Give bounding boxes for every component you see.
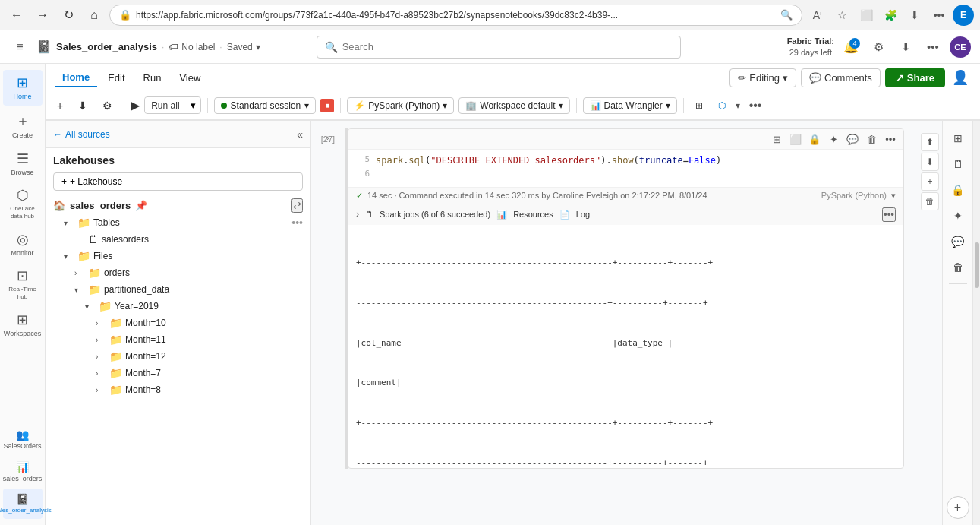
- rs-sparkle-button[interactable]: ✦: [947, 204, 969, 227]
- orders-tree-item[interactable]: › 📁 orders: [46, 264, 310, 281]
- cell-action-3[interactable]: +: [921, 172, 939, 191]
- menu-home[interactable]: Home: [55, 68, 97, 87]
- sidebar-sales-orders-label: sales_orders: [3, 475, 43, 483]
- saved-text: Saved: [227, 42, 253, 52]
- more-options-button[interactable]: •••: [922, 36, 944, 58]
- month10-tree-item[interactable]: › 📁 Month=10: [46, 315, 310, 331]
- year2019-tree-item[interactable]: ▾ 📁 Year=2019: [46, 298, 310, 315]
- layout-button[interactable]: ⊞: [690, 98, 708, 113]
- notifications-button[interactable]: 🔔 4: [840, 36, 862, 58]
- lakehouses-title: Lakehouses: [53, 154, 115, 166]
- add-code-button[interactable]: +: [52, 97, 68, 114]
- ribbon-avatar[interactable]: 👤: [950, 67, 971, 88]
- no-label-button[interactable]: 🏷 No label: [169, 41, 215, 52]
- sidebar-workspaces-label: Workspaces: [4, 330, 41, 338]
- year2019-label: Year=2019: [115, 301, 303, 312]
- sidebar-item-home[interactable]: ⊞ Home: [3, 70, 43, 106]
- search-input[interactable]: [342, 41, 673, 52]
- data-wrangler-button[interactable]: 📊 Data Wrangler ▾: [583, 97, 677, 114]
- menu-edit[interactable]: Edit: [100, 69, 132, 87]
- sidebar-item-realtime[interactable]: ⊡ Real-Time hub: [3, 263, 43, 305]
- code-content[interactable]: spark.sql("DESCRIBE EXTENDED salesorders…: [376, 153, 903, 184]
- workspace-button[interactable]: 🏢 Workspace default ▾: [458, 97, 569, 114]
- hamburger-menu-button[interactable]: ≡: [9, 36, 30, 58]
- edge-profile[interactable]: E: [953, 5, 974, 26]
- more-toolbar-button[interactable]: •••: [745, 96, 767, 115]
- all-sources-back-button[interactable]: ← All sources: [53, 129, 110, 140]
- sidebar-item-workspaces[interactable]: ⊞ Workspaces: [3, 307, 43, 343]
- cell-action-4[interactable]: 🗑: [921, 192, 939, 210]
- cell-output-expand-button[interactable]: ›: [356, 209, 359, 220]
- session-button[interactable]: Standard session ▾: [214, 97, 317, 114]
- sidebar-item-onelake[interactable]: ⬡ OneLake data hub: [3, 182, 43, 224]
- rs-lock-button[interactable]: 🔒: [947, 179, 969, 201]
- search-box[interactable]: 🔍: [317, 36, 681, 59]
- cell-action-1[interactable]: ⬆: [921, 133, 939, 151]
- jobs-more-button[interactable]: •••: [882, 207, 896, 222]
- month11-tree-item[interactable]: › 📁 Month=11: [46, 331, 310, 348]
- month8-tree-item[interactable]: › 📁 Month=8: [46, 381, 310, 398]
- sidebar-item-browse[interactable]: ☰ Browse: [3, 146, 43, 182]
- more-tools-button[interactable]: •••: [928, 5, 950, 26]
- sidebar-item-monitor[interactable]: ◎ Monitor: [3, 226, 43, 262]
- download-app-button[interactable]: ⬇: [895, 36, 916, 58]
- files-tree-item[interactable]: ▾ 📁 Files: [46, 248, 310, 264]
- cell-lock-tool[interactable]: 🔒: [806, 131, 823, 147]
- forward-button[interactable]: →: [32, 5, 53, 26]
- download-toolbar-icon: ⬇: [78, 100, 87, 112]
- tab-collections-button[interactable]: ⬜: [856, 5, 877, 26]
- rs-expand-button[interactable]: ⊞: [947, 127, 969, 150]
- panel-collapse-button[interactable]: «: [297, 128, 303, 141]
- editing-button[interactable]: ✏ Editing ▾: [729, 68, 796, 87]
- settings-toolbar-button[interactable]: ⚙: [97, 97, 118, 114]
- month12-tree-item[interactable]: › 📁 Month=12: [46, 348, 310, 365]
- rs-delete-button[interactable]: 🗑: [947, 256, 969, 279]
- scrollbar-thumb[interactable]: [975, 242, 979, 288]
- sidebar-item-salesorders[interactable]: 👥 SalesOrders: [3, 424, 43, 455]
- settings-button[interactable]: ⚙: [868, 36, 889, 58]
- comments-button[interactable]: 💬 Comments: [801, 68, 881, 87]
- vscode-button[interactable]: ⬡: [713, 98, 731, 113]
- month7-tree-item[interactable]: › 📁 Month=7: [46, 365, 310, 381]
- rs-add-button[interactable]: +: [947, 496, 969, 519]
- notebook-scrollbar[interactable]: [972, 121, 980, 525]
- vscode-icon: ⬡: [718, 100, 726, 111]
- extensions-button[interactable]: 🧩: [880, 5, 901, 26]
- home-button[interactable]: ⌂: [84, 5, 105, 26]
- reader-mode-button[interactable]: Aⁱ: [807, 5, 828, 26]
- saved-status[interactable]: Saved ▾: [227, 42, 260, 52]
- cell-expand-button[interactable]: ›: [322, 131, 334, 144]
- salesorders-tree-item[interactable]: 🗒 salesorders: [46, 231, 310, 248]
- partitioned-data-tree-item[interactable]: ▾ 📁 partitioned_data: [46, 281, 310, 298]
- add-lakehouse-button[interactable]: + + Lakehouse: [53, 172, 303, 191]
- rs-comment-button[interactable]: 💬: [947, 230, 969, 253]
- download-toolbar-button[interactable]: ⬇: [73, 97, 93, 114]
- stop-button[interactable]: ■: [320, 99, 334, 112]
- tables-tree-item[interactable]: ▾ 📁 Tables •••: [46, 214, 310, 231]
- menu-view[interactable]: View: [172, 69, 208, 87]
- cell-comment-tool[interactable]: 💬: [844, 131, 861, 147]
- cell-more-tool[interactable]: •••: [882, 131, 899, 147]
- refresh-button[interactable]: ↻: [58, 5, 79, 26]
- cell-delete-tool[interactable]: 🗑: [863, 131, 880, 147]
- run-all-button[interactable]: Run all: [145, 97, 185, 113]
- download-button[interactable]: ⬇: [904, 5, 925, 26]
- share-button[interactable]: ↗ Share: [885, 68, 945, 87]
- rs-table-button[interactable]: 🗒: [947, 153, 969, 176]
- favorites-button[interactable]: ☆: [831, 5, 852, 26]
- cell-copy-tool[interactable]: ⬜: [787, 131, 804, 147]
- back-button[interactable]: ←: [6, 5, 27, 26]
- cell-action-2[interactable]: ⬇: [921, 153, 939, 171]
- cell-star-tool[interactable]: ✦: [825, 131, 842, 147]
- lakehouse-sync-button[interactable]: ⇄: [291, 198, 303, 213]
- menu-run[interactable]: Run: [136, 69, 169, 87]
- address-bar[interactable]: 🔒 https://app.fabric.microsoft.com/group…: [109, 5, 802, 26]
- sidebar-item-create[interactable]: ＋ Create: [3, 107, 43, 144]
- cell-expand-tool[interactable]: ⊞: [768, 131, 785, 147]
- avatar[interactable]: CE: [950, 36, 971, 58]
- sidebar-item-analysis[interactable]: 📓 Sales_order_analysis: [3, 489, 43, 519]
- tables-more-icon[interactable]: •••: [291, 217, 303, 229]
- pyspark-button[interactable]: ⚡ PySpark (Python) ▾: [347, 97, 454, 114]
- sidebar-item-sales-orders[interactable]: 📊 sales_orders: [3, 457, 43, 488]
- run-all-dropdown[interactable]: ▾: [186, 97, 200, 113]
